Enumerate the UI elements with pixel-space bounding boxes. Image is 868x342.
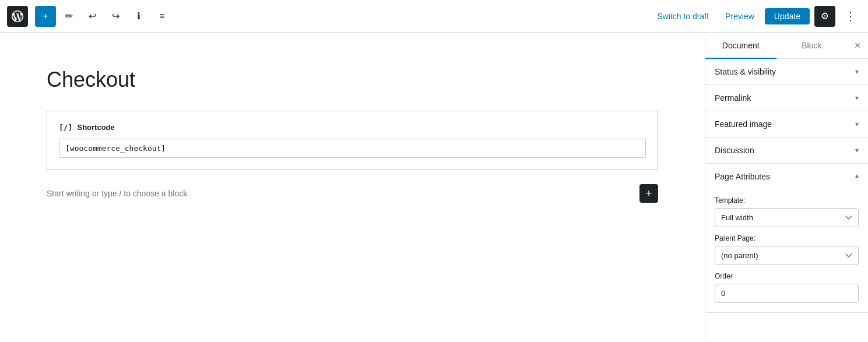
sidebar: Document Block × Status & visibility ▾ P… — [705, 33, 868, 342]
tab-block[interactable]: Block — [776, 33, 848, 58]
settings-button[interactable]: ⚙ — [814, 6, 835, 27]
section-featured-image: Featured image ▾ — [705, 111, 868, 137]
section-page-attributes-content: Template: Full width Default Template Pa… — [705, 189, 868, 312]
redo-icon: ↪ — [112, 10, 120, 22]
info-icon: ℹ — [137, 10, 140, 22]
edit-button[interactable]: ✏ — [58, 6, 79, 27]
list-view-button[interactable]: ≡ — [152, 6, 173, 27]
pencil-icon: ✏ — [65, 10, 73, 22]
more-options-button[interactable]: ⋮ — [840, 6, 861, 27]
block-header: [/] Shortcode — [59, 123, 646, 132]
chevron-up-icon: ▾ — [855, 172, 859, 181]
section-page-attributes-label: Page Attributes — [715, 172, 770, 181]
shortcode-block: [/] Shortcode — [47, 111, 658, 170]
sidebar-tabs: Document Block × — [705, 33, 868, 59]
order-input[interactable] — [715, 284, 859, 303]
add-block-button[interactable]: + — [35, 6, 56, 27]
preview-button[interactable]: Preview — [719, 8, 760, 24]
order-label: Order — [715, 272, 859, 280]
section-status-visibility-header[interactable]: Status & visibility ▾ — [705, 59, 868, 84]
update-button[interactable]: Update — [765, 8, 810, 24]
section-status-visibility: Status & visibility ▾ — [705, 59, 868, 85]
section-permalink: Permalink ▾ — [705, 85, 868, 111]
section-permalink-header[interactable]: Permalink ▾ — [705, 85, 868, 111]
toolbar-right: Switch to draft Preview Update ⚙ ⋮ — [651, 6, 861, 27]
wordpress-icon — [12, 10, 23, 22]
section-permalink-label: Permalink — [715, 93, 751, 103]
section-featured-image-header[interactable]: Featured image ▾ — [705, 111, 868, 137]
undo-icon: ↩ — [89, 10, 96, 22]
info-button[interactable]: ℹ — [128, 6, 149, 27]
close-sidebar-button[interactable]: × — [847, 35, 868, 56]
template-label: Template: — [715, 196, 859, 205]
close-icon: × — [855, 40, 861, 52]
page-title[interactable]: Checkout — [47, 68, 658, 92]
parent-page-select[interactable]: (no parent) — [715, 246, 859, 265]
add-block-hint: Start writing or type / to choose a bloc… — [47, 179, 658, 207]
wp-logo — [7, 6, 28, 27]
section-discussion-header[interactable]: Discussion ▾ — [705, 137, 868, 163]
section-page-attributes-header[interactable]: Page Attributes ▾ — [705, 164, 868, 189]
toolbar: + ✏ ↩ ↪ ℹ ≡ Switch to draft Preview Upda… — [0, 0, 868, 33]
section-discussion-label: Discussion — [715, 146, 754, 155]
shortcode-icon: [/] — [59, 123, 72, 132]
main-layout: Checkout [/] Shortcode Start writing or … — [0, 33, 868, 342]
redo-button[interactable]: ↪ — [105, 6, 126, 27]
section-discussion: Discussion ▾ — [705, 137, 868, 164]
chevron-down-icon: ▾ — [855, 120, 859, 128]
switch-to-draft-button[interactable]: Switch to draft — [651, 8, 715, 24]
parent-page-label: Parent Page: — [715, 234, 859, 242]
add-block-inline-button[interactable]: + — [639, 184, 658, 203]
block-label: Shortcode — [77, 123, 114, 132]
section-page-attributes: Page Attributes ▾ Template: Full width D… — [705, 164, 868, 313]
tab-document[interactable]: Document — [705, 33, 776, 58]
shortcode-input[interactable] — [59, 139, 646, 158]
gear-icon: ⚙ — [821, 10, 829, 22]
template-select[interactable]: Full width Default Template — [715, 208, 859, 227]
chevron-down-icon: ▾ — [855, 146, 859, 154]
chevron-down-icon: ▾ — [855, 94, 859, 102]
ellipsis-icon: ⋮ — [845, 10, 856, 23]
chevron-down-icon: ▾ — [855, 68, 859, 76]
section-featured-image-label: Featured image — [715, 119, 772, 129]
undo-button[interactable]: ↩ — [82, 6, 103, 27]
add-block-hint-text: Start writing or type / to choose a bloc… — [47, 189, 632, 198]
list-icon: ≡ — [159, 11, 164, 22]
section-status-visibility-label: Status & visibility — [715, 67, 776, 76]
editor-area: Checkout [/] Shortcode Start writing or … — [0, 33, 705, 342]
